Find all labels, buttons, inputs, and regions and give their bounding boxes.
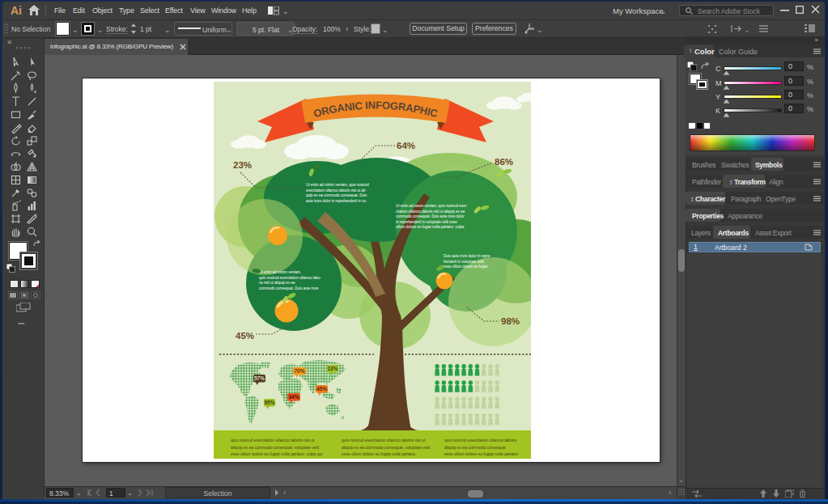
svg-text:13%: 13% — [327, 366, 338, 371]
svg-text:70%: 70% — [294, 368, 304, 374]
svg-text:86%: 86% — [495, 157, 513, 167]
svg-text:57%: 57% — [254, 375, 265, 381]
svg-text:Ut enim ad minim veniam, quis: Ut enim ad minim veniam, quis nostrudexe… — [306, 183, 369, 203]
svg-text:23%: 23% — [233, 160, 252, 170]
svg-text:Ut enim ad veore veniam, quis: Ut enim ad veore veniam, quis nostrud ex… — [396, 204, 468, 229]
svg-text:34%: 34% — [288, 394, 299, 400]
svg-text:quis nostrud exercitation ulla: quis nostrud exercitation ullamco labori… — [231, 438, 322, 456]
svg-text:45%: 45% — [316, 386, 327, 392]
svg-text:95%: 95% — [264, 400, 274, 405]
svg-text:64%: 64% — [397, 141, 415, 150]
svg-text:45%: 45% — [236, 331, 254, 341]
svg-text:98%: 98% — [501, 316, 520, 326]
